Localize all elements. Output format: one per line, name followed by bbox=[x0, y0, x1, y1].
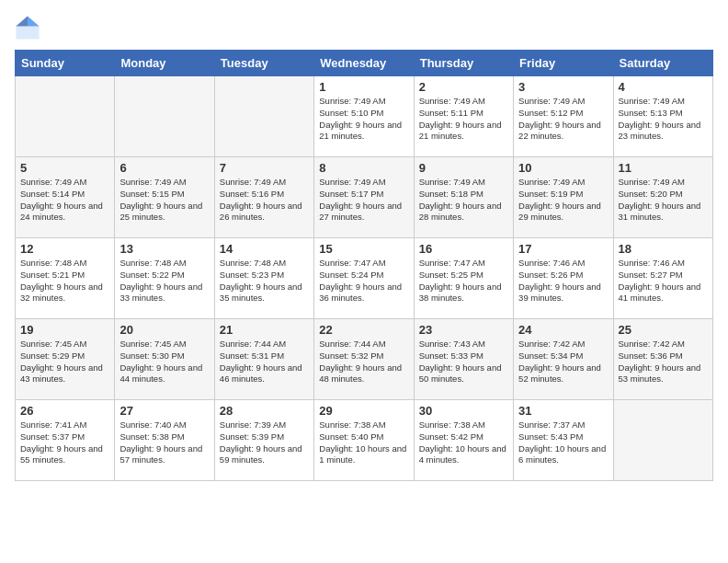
calendar-cell: 14Sunrise: 7:48 AM Sunset: 5:23 PM Dayli… bbox=[214, 238, 313, 319]
day-info: Sunrise: 7:46 AM Sunset: 5:26 PM Dayligh… bbox=[518, 258, 608, 304]
day-number: 27 bbox=[119, 404, 209, 418]
day-number: 3 bbox=[518, 80, 608, 94]
day-info: Sunrise: 7:42 AM Sunset: 5:36 PM Dayligh… bbox=[619, 339, 708, 385]
day-info: Sunrise: 7:45 AM Sunset: 5:29 PM Dayligh… bbox=[20, 339, 109, 385]
day-info: Sunrise: 7:40 AM Sunset: 5:38 PM Dayligh… bbox=[119, 419, 209, 466]
day-number: 15 bbox=[319, 242, 408, 256]
weekday-header: Wednesday bbox=[314, 51, 414, 76]
day-number: 30 bbox=[419, 404, 508, 418]
day-info: Sunrise: 7:49 AM Sunset: 5:16 PM Dayligh… bbox=[220, 177, 309, 224]
day-info: Sunrise: 7:48 AM Sunset: 5:21 PM Dayligh… bbox=[20, 258, 109, 304]
day-info: Sunrise: 7:48 AM Sunset: 5:22 PM Dayligh… bbox=[119, 258, 209, 304]
day-info: Sunrise: 7:49 AM Sunset: 5:14 PM Dayligh… bbox=[20, 177, 109, 224]
day-info: Sunrise: 7:49 AM Sunset: 5:20 PM Dayligh… bbox=[619, 177, 708, 224]
day-number: 20 bbox=[119, 323, 209, 337]
calendar-cell: 8Sunrise: 7:49 AM Sunset: 5:17 PM Daylig… bbox=[314, 157, 414, 238]
calendar-cell: 9Sunrise: 7:49 AM Sunset: 5:18 PM Daylig… bbox=[414, 157, 513, 238]
calendar-cell: 30Sunrise: 7:38 AM Sunset: 5:42 PM Dayli… bbox=[414, 400, 513, 481]
calendar-header: SundayMondayTuesdayWednesdayThursdayFrid… bbox=[16, 51, 713, 76]
day-info: Sunrise: 7:41 AM Sunset: 5:37 PM Dayligh… bbox=[20, 419, 109, 466]
day-number: 21 bbox=[220, 323, 309, 337]
day-number: 17 bbox=[518, 242, 608, 256]
calendar-cell: 24Sunrise: 7:42 AM Sunset: 5:34 PM Dayli… bbox=[514, 319, 613, 400]
day-number: 29 bbox=[319, 404, 408, 418]
calendar-table: SundayMondayTuesdayWednesdayThursdayFrid… bbox=[15, 50, 713, 481]
calendar-cell: 13Sunrise: 7:48 AM Sunset: 5:22 PM Dayli… bbox=[115, 238, 214, 319]
logo-icon bbox=[15, 15, 40, 40]
calendar-cell: 27Sunrise: 7:40 AM Sunset: 5:38 PM Dayli… bbox=[115, 400, 214, 481]
day-number: 9 bbox=[419, 161, 508, 175]
day-info: Sunrise: 7:38 AM Sunset: 5:42 PM Dayligh… bbox=[419, 419, 508, 466]
day-number: 16 bbox=[419, 242, 508, 256]
day-info: Sunrise: 7:42 AM Sunset: 5:34 PM Dayligh… bbox=[518, 339, 608, 385]
day-info: Sunrise: 7:45 AM Sunset: 5:30 PM Dayligh… bbox=[119, 339, 209, 385]
weekday-row: SundayMondayTuesdayWednesdayThursdayFrid… bbox=[16, 51, 713, 76]
svg-marker-1 bbox=[28, 16, 40, 26]
day-number: 1 bbox=[319, 80, 408, 94]
calendar-cell: 10Sunrise: 7:49 AM Sunset: 5:19 PM Dayli… bbox=[514, 157, 613, 238]
calendar-week-row: 1Sunrise: 7:49 AM Sunset: 5:10 PM Daylig… bbox=[16, 76, 713, 157]
calendar-week-row: 5Sunrise: 7:49 AM Sunset: 5:14 PM Daylig… bbox=[16, 157, 713, 238]
day-info: Sunrise: 7:37 AM Sunset: 5:43 PM Dayligh… bbox=[518, 419, 608, 466]
calendar-cell: 3Sunrise: 7:49 AM Sunset: 5:12 PM Daylig… bbox=[514, 76, 613, 157]
calendar-cell: 26Sunrise: 7:41 AM Sunset: 5:37 PM Dayli… bbox=[16, 400, 115, 481]
day-number: 26 bbox=[20, 404, 109, 418]
page-header bbox=[15, 15, 713, 40]
calendar-cell bbox=[214, 76, 313, 157]
day-info: Sunrise: 7:49 AM Sunset: 5:10 PM Dayligh… bbox=[319, 96, 408, 143]
day-info: Sunrise: 7:49 AM Sunset: 5:15 PM Dayligh… bbox=[119, 177, 209, 224]
calendar-cell: 12Sunrise: 7:48 AM Sunset: 5:21 PM Dayli… bbox=[16, 238, 115, 319]
calendar-cell: 16Sunrise: 7:47 AM Sunset: 5:25 PM Dayli… bbox=[414, 238, 513, 319]
calendar-cell: 21Sunrise: 7:44 AM Sunset: 5:31 PM Dayli… bbox=[214, 319, 313, 400]
calendar-cell bbox=[613, 400, 712, 481]
weekday-header: Friday bbox=[514, 51, 613, 76]
weekday-header: Tuesday bbox=[214, 51, 313, 76]
calendar-cell: 25Sunrise: 7:42 AM Sunset: 5:36 PM Dayli… bbox=[613, 319, 712, 400]
weekday-header: Sunday bbox=[16, 51, 115, 76]
day-info: Sunrise: 7:49 AM Sunset: 5:17 PM Dayligh… bbox=[319, 177, 408, 224]
day-number: 28 bbox=[220, 404, 309, 418]
calendar-week-row: 19Sunrise: 7:45 AM Sunset: 5:29 PM Dayli… bbox=[16, 319, 713, 400]
day-info: Sunrise: 7:49 AM Sunset: 5:19 PM Dayligh… bbox=[518, 177, 608, 224]
day-number: 25 bbox=[619, 323, 708, 337]
day-info: Sunrise: 7:49 AM Sunset: 5:11 PM Dayligh… bbox=[419, 96, 508, 143]
calendar-cell bbox=[16, 76, 115, 157]
calendar-cell: 17Sunrise: 7:46 AM Sunset: 5:26 PM Dayli… bbox=[514, 238, 613, 319]
calendar-body: 1Sunrise: 7:49 AM Sunset: 5:10 PM Daylig… bbox=[16, 76, 713, 481]
page-container: SundayMondayTuesdayWednesdayThursdayFrid… bbox=[0, 0, 728, 490]
day-number: 23 bbox=[419, 323, 508, 337]
calendar-cell: 6Sunrise: 7:49 AM Sunset: 5:15 PM Daylig… bbox=[115, 157, 214, 238]
calendar-cell: 23Sunrise: 7:43 AM Sunset: 5:33 PM Dayli… bbox=[414, 319, 513, 400]
calendar-cell: 28Sunrise: 7:39 AM Sunset: 5:39 PM Dayli… bbox=[214, 400, 313, 481]
weekday-header: Thursday bbox=[414, 51, 513, 76]
calendar-cell: 22Sunrise: 7:44 AM Sunset: 5:32 PM Dayli… bbox=[314, 319, 414, 400]
calendar-cell: 15Sunrise: 7:47 AM Sunset: 5:24 PM Dayli… bbox=[314, 238, 414, 319]
day-info: Sunrise: 7:48 AM Sunset: 5:23 PM Dayligh… bbox=[220, 258, 309, 304]
calendar-cell: 4Sunrise: 7:49 AM Sunset: 5:13 PM Daylig… bbox=[613, 76, 712, 157]
day-info: Sunrise: 7:44 AM Sunset: 5:32 PM Dayligh… bbox=[319, 339, 408, 385]
day-number: 18 bbox=[619, 242, 708, 256]
day-info: Sunrise: 7:39 AM Sunset: 5:39 PM Dayligh… bbox=[220, 419, 309, 466]
day-number: 22 bbox=[319, 323, 408, 337]
day-number: 6 bbox=[119, 161, 209, 175]
logo bbox=[15, 15, 44, 40]
calendar-cell: 11Sunrise: 7:49 AM Sunset: 5:20 PM Dayli… bbox=[613, 157, 712, 238]
day-number: 5 bbox=[20, 161, 109, 175]
weekday-header: Monday bbox=[115, 51, 214, 76]
day-info: Sunrise: 7:49 AM Sunset: 5:18 PM Dayligh… bbox=[419, 177, 508, 224]
calendar-cell: 29Sunrise: 7:38 AM Sunset: 5:40 PM Dayli… bbox=[314, 400, 414, 481]
day-number: 4 bbox=[619, 80, 708, 94]
day-number: 13 bbox=[119, 242, 209, 256]
day-info: Sunrise: 7:44 AM Sunset: 5:31 PM Dayligh… bbox=[220, 339, 309, 385]
day-info: Sunrise: 7:46 AM Sunset: 5:27 PM Dayligh… bbox=[619, 258, 708, 304]
day-number: 2 bbox=[419, 80, 508, 94]
day-info: Sunrise: 7:43 AM Sunset: 5:33 PM Dayligh… bbox=[419, 339, 508, 385]
day-number: 10 bbox=[518, 161, 608, 175]
day-info: Sunrise: 7:38 AM Sunset: 5:40 PM Dayligh… bbox=[319, 419, 408, 466]
day-info: Sunrise: 7:47 AM Sunset: 5:25 PM Dayligh… bbox=[419, 258, 508, 304]
day-info: Sunrise: 7:49 AM Sunset: 5:12 PM Dayligh… bbox=[518, 96, 608, 143]
day-number: 11 bbox=[619, 161, 708, 175]
calendar-cell: 18Sunrise: 7:46 AM Sunset: 5:27 PM Dayli… bbox=[613, 238, 712, 319]
calendar-cell: 2Sunrise: 7:49 AM Sunset: 5:11 PM Daylig… bbox=[414, 76, 513, 157]
calendar-cell: 31Sunrise: 7:37 AM Sunset: 5:43 PM Dayli… bbox=[514, 400, 613, 481]
